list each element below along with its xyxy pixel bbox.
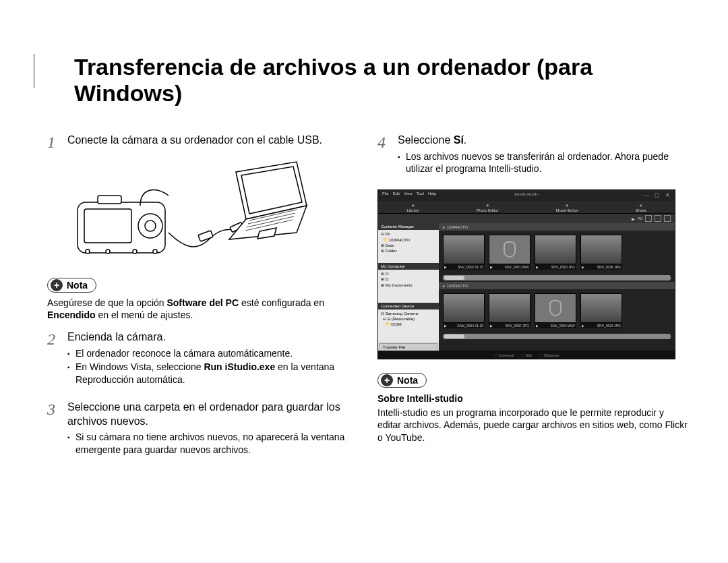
note-label: Nota [397,375,418,386]
note-badge: + Nota [377,373,427,388]
step-bullet: Los archivos nuevos se transferirán al o… [398,150,688,175]
tab: Movie Editor [555,202,578,212]
menu-item: Tool [417,191,424,200]
menu-item: Help [428,191,436,200]
toolbar: ▶ All [378,214,675,223]
folder-label: 100PHOTO [439,282,675,289]
panel-header: Contents Manager [378,223,439,230]
thumbnail: ▶SNV_0001.WAV [489,235,530,270]
step-text: Seleccione una carpeta en el ordenador p… [67,401,357,429]
tree: ⊞ C: ⊞ D: ⊞ My Documents [378,270,439,303]
figure-camera-laptop [67,158,357,266]
tab: Library [406,202,419,212]
menu-item: View [404,191,413,200]
step-number: 4 [377,134,398,183]
thumbnail: ▶SNV_0024.WAV [535,293,576,328]
step-number: 1 [47,134,67,152]
crop-mark [34,54,34,88]
sidebar: Contents Manager ⊟ Pc 📁 100PHOTO ⊞ Date … [378,223,439,353]
svg-point-7 [133,249,137,254]
panel-header: My Computer [378,263,439,270]
status-bar: Download Edit Slideshow [378,351,675,359]
thumbnail: ▶SNV_0036.JPG [580,235,622,270]
mode-tabs: Library Photo Editor Movie Editor Share [378,201,675,214]
svg-point-6 [106,249,110,254]
step-text: Encienda la cámara. [67,330,357,345]
step-bullet: Si su cámara no tiene archivos nuevos, n… [67,431,357,455]
step-bullet: El ordenador reconoce la cámara automáti… [67,347,357,359]
tree: ⊟ Pc 📁 100PHOTO ⊞ Date ⊞ Folder [378,230,439,263]
plus-icon: + [51,279,63,291]
menu-item: Edit [393,191,400,200]
app-screenshot: File Edit View Tool Help Intelli-studio … [377,189,675,359]
plus-icon: + [381,374,393,386]
panel-header: Connected Device [378,303,439,309]
thumbnail: ▶SNV_0010 01:15 [443,235,485,270]
note-badge: + Nota [47,278,96,293]
window-buttons: — ▢ ✕ [644,192,672,198]
content-pane: 100PHOTO ▶SNV_0010 01:15 ▶SNV_0001.WAV ▶… [439,223,675,353]
menu-item: File [382,191,389,200]
note-text: Asegúrese de que la opción Software del … [47,297,357,321]
svg-point-3 [145,220,156,231]
scrollbar [443,275,671,280]
svg-rect-4 [98,196,121,204]
thumbnail: ▶SAM_0004 01:25 [443,293,485,328]
tree: ⊟ Samsung Camera ⊟ E:(Removable) 📁 DCIM [378,309,439,343]
right-column: 4 Seleccione Sí. Los archivos nuevos se … [377,134,688,471]
app-title: Intelli-studio [514,191,539,197]
page-title: Transferencia de archivos a un ordenador… [74,54,688,107]
svg-point-8 [153,249,157,254]
svg-rect-1 [84,209,131,243]
thumbnail: ▶SNV_0037.JPG [489,293,530,328]
folder-label: 100PHOTO [439,223,675,231]
step-bullet: En Windows Vista, seleccione Run iStudio… [67,361,357,385]
note-label: Nota [67,280,88,291]
thumbnail: ▶SNV_0010.JPG [535,235,576,270]
note-text: Intelli-studio es un programa incorporad… [377,407,688,444]
left-column: 1 Conecte la cámara a su ordenador con e… [47,134,357,471]
scrollbar [443,334,671,339]
step-number: 2 [47,330,67,393]
svg-point-5 [86,249,90,254]
step-number: 3 [47,401,67,464]
step-text: Conecte la cámara a su ordenador con el … [67,134,322,152]
note-subhead: Sobre Intelli-studio [377,393,688,404]
svg-rect-9 [198,231,213,241]
tab: Photo Editor [477,202,499,212]
step-text: Seleccione Sí. [398,134,688,148]
tab: Share [636,202,646,212]
thumbnail: ▶SNV_0024.JPG [580,293,622,328]
